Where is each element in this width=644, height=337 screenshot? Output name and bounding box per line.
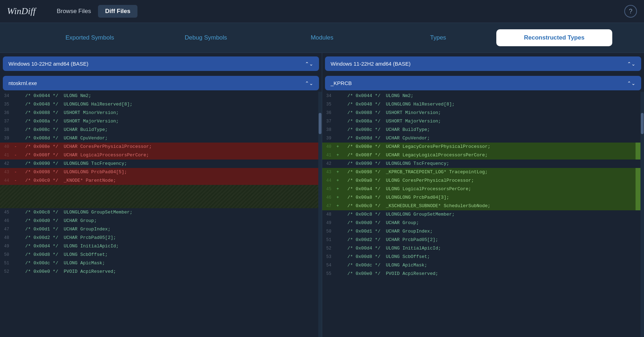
line-number: 42: [0, 160, 13, 168]
left-scrollbar-thumb[interactable]: [319, 113, 321, 134]
right-version-arrow: ⌃⌄: [627, 61, 636, 67]
line-number: 36: [322, 109, 335, 117]
line-code: /* 0x00dc */ ULONG ApicMask;: [18, 259, 318, 267]
line-sign: -: [13, 143, 18, 151]
line-sign: [335, 219, 341, 227]
table-row: 34 /* 0x0044 */ ULONG Nm2;: [322, 92, 636, 100]
tab-types[interactable]: Types: [380, 29, 496, 46]
gutter-block: [636, 210, 640, 219]
tab-reconstructed-types[interactable]: Reconstructed Types: [496, 29, 612, 46]
table-row: 50 /* 0x00d8 */ ULONG ScbOffset;: [0, 251, 318, 259]
table-row: 47+ /* 0x00c0 */ _KSCHEDULER_SUBNODE* Sc…: [322, 202, 636, 210]
line-sign: [13, 209, 18, 216]
line-number: 50: [0, 251, 13, 259]
line-sign: +: [335, 151, 341, 159]
line-number: 34: [322, 92, 335, 100]
line-code: /* 0x00a4 */ ULONG LogicalProcessorsPerC…: [341, 185, 636, 193]
line-code: /* 0x00d1 */ UCHAR GroupIndex;: [341, 228, 636, 235]
table-row: 41+ /* 0x008f */ UCHAR LegacyLogicalProc…: [322, 151, 636, 160]
line-sign: [335, 101, 341, 108]
right-code-area[interactable]: 34 /* 0x0044 */ ULONG Nm2;35 /* 0x0048 *…: [322, 92, 636, 337]
table-row: 48 /* 0x00d2 */ UCHAR PrcbPad05[2];: [0, 234, 318, 242]
gutter-block: [636, 126, 640, 134]
help-button[interactable]: ?: [624, 5, 637, 18]
line-code: /* 0x00c0 */ _KNODE* ParentNode;: [18, 177, 318, 185]
gutter-block: [636, 202, 640, 210]
line-code: /* 0x008a */ USHORT MajorVersion;: [341, 118, 636, 125]
line-number: 40: [0, 143, 13, 151]
line-number: 45: [0, 209, 13, 216]
table-row: 41- /* 0x008f */ UCHAR LogicalProcessors…: [0, 151, 318, 160]
line-code: /* 0x0044 */ ULONG Nm2;: [341, 92, 636, 100]
line-number: 41: [0, 151, 13, 159]
line-sign: +: [335, 177, 341, 185]
line-number: 48: [0, 234, 13, 242]
table-row: 48 /* 0x00c8 */ ULONGLONG GroupSetMember…: [322, 210, 636, 219]
line-number: 46: [322, 194, 335, 201]
line-number: 49: [0, 242, 13, 250]
gutter-block: [636, 193, 640, 202]
right-pane: Windows 11-22H2 amd64 (BASE) ⌃⌄ _KPRCB ⌃…: [322, 53, 644, 337]
line-code: /* 0x00d4 */ ULONG InitialApicId;: [18, 242, 318, 250]
gutter-block: [636, 185, 640, 193]
line-number: 44: [322, 177, 335, 185]
line-sign: [335, 134, 341, 142]
table-row: 40- /* 0x008e */ UCHAR CoresPerPhysicalP…: [0, 143, 318, 151]
tab-debug-symbols[interactable]: Debug Symbols: [148, 29, 264, 46]
table-row: 53 /* 0x00d8 */ ULONG ScbOffset;: [322, 253, 636, 261]
line-code: /* 0x0098 */ _KPRCB_TRACEPOINT_LOG* Trac…: [341, 168, 636, 176]
gutter-block: [636, 109, 640, 117]
right-scrollbar[interactable]: [640, 92, 644, 337]
line-code: /* 0x00d0 */ UCHAR Group;: [341, 219, 636, 227]
line-code: /* 0x00a8 */ ULONGLONG PrcbPad04[3];: [341, 194, 636, 201]
table-row: 49 /* 0x00d0 */ UCHAR Group;: [322, 219, 636, 227]
line-number: 38: [0, 126, 13, 134]
right-version-dropdown[interactable]: Windows 11-22H2 amd64 (BASE) ⌃⌄: [325, 56, 641, 71]
diff-files-button[interactable]: Diff Files: [98, 5, 137, 18]
table-row: [0, 185, 318, 193]
table-row: 44- /* 0x00c0 */ _KNODE* ParentNode;: [0, 176, 318, 185]
tab-modules[interactable]: Modules: [264, 29, 380, 46]
line-sign: +: [335, 168, 341, 176]
line-code: /* 0x00d8 */ ULONG ScbOffset;: [18, 251, 318, 259]
right-file-dropdown[interactable]: _KPRCB ⌃⌄: [325, 76, 641, 90]
right-file-label: _KPRCB: [331, 80, 352, 86]
line-number: 55: [322, 270, 335, 278]
line-number: 41: [322, 151, 335, 159]
left-file-label: ntoskrnl.exe: [8, 80, 37, 86]
line-sign: [335, 236, 341, 244]
gutter-block: [636, 253, 640, 261]
browse-files-button[interactable]: Browse Files: [50, 5, 98, 18]
line-code: /* 0x008e */ UCHAR LegacyCoresPerPhysica…: [341, 143, 636, 151]
gutter-block: [636, 92, 640, 100]
line-sign: [13, 126, 18, 134]
line-sign: [13, 251, 18, 259]
line-number: 51: [0, 259, 13, 267]
line-number: 42: [322, 160, 335, 168]
table-row: [0, 193, 318, 200]
table-row: 36 /* 0x0088 */ USHORT MinorVersion;: [322, 109, 636, 117]
left-code-area[interactable]: 34 /* 0x0044 */ ULONG Nm2;35 /* 0x0048 *…: [0, 92, 318, 337]
line-code: /* 0x00e0 */ PVOID AcpiReserved;: [18, 268, 318, 276]
tab-exported-symbols[interactable]: Exported Symbols: [32, 29, 148, 46]
gutter-block: [636, 160, 640, 168]
line-sign: [335, 253, 341, 261]
table-row: 34 /* 0x0044 */ ULONG Nm2;: [0, 92, 318, 100]
left-file-dropdown[interactable]: ntoskrnl.exe ⌃⌄: [3, 76, 319, 90]
line-sign: [13, 259, 18, 267]
line-sign: [335, 261, 341, 269]
table-row: 36 /* 0x0088 */ USHORT MinorVersion;: [0, 109, 318, 117]
left-version-dropdown[interactable]: Windows 10-22H2 amd64 (BASE) ⌃⌄: [3, 56, 319, 71]
line-code: /* 0x008d */ UCHAR CpuVendor;: [341, 134, 636, 142]
line-code: /* 0x00d2 */ UCHAR PrcbPad05[2];: [341, 236, 636, 244]
left-version-arrow: ⌃⌄: [305, 61, 313, 67]
line-code: /* 0x00d4 */ ULONG InitialApicId;: [341, 245, 636, 252]
line-sign: [335, 126, 341, 134]
right-scrollbar-thumb[interactable]: [641, 113, 644, 134]
left-scrollbar[interactable]: [318, 92, 322, 337]
table-row: 52 /* 0x00e0 */ PVOID AcpiReserved;: [0, 267, 318, 276]
line-sign: +: [335, 202, 341, 210]
line-sign: [335, 245, 341, 252]
left-pane-inner: 34 /* 0x0044 */ ULONG Nm2;35 /* 0x0048 *…: [0, 92, 322, 337]
line-code: /* 0x008f */ UCHAR LegacyLogicalProcesso…: [341, 151, 636, 159]
